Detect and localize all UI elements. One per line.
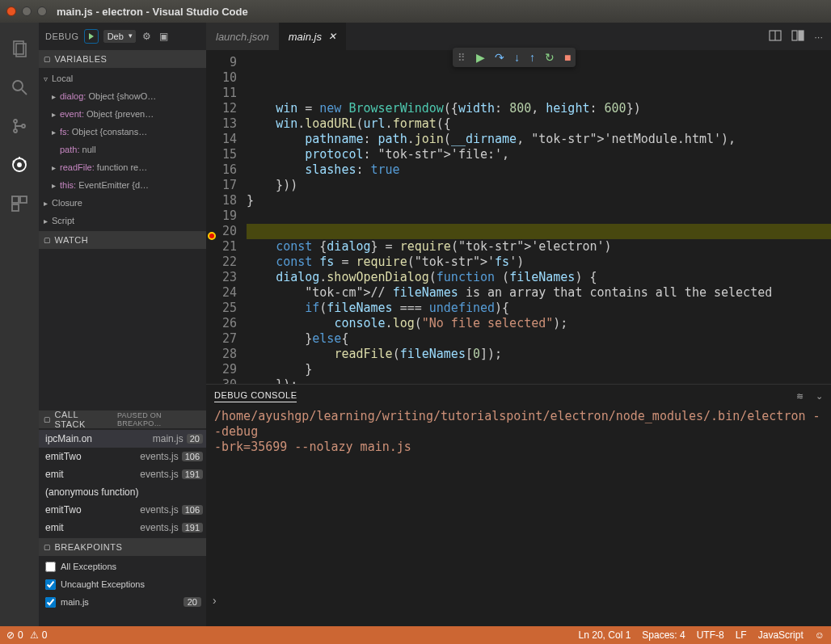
watch-section-header[interactable]: ▢WATCH — [39, 231, 206, 249]
tab-launch-json[interactable]: launch.json — [206, 23, 279, 50]
breakpoint-row[interactable]: main.js20 — [39, 593, 206, 611]
status-bar: ⊘0 ⚠0 Ln 20, Col 1 Spaces: 4 UTF-8 LF Ja… — [0, 626, 831, 644]
encoding[interactable]: UTF-8 — [697, 629, 724, 641]
svg-point-4 — [14, 120, 17, 123]
debug-console-toggle-icon[interactable]: ▣ — [158, 31, 170, 42]
svg-rect-17 — [792, 31, 797, 40]
scope-script[interactable]: ▸Script — [39, 212, 206, 229]
tab-label: main.js — [289, 31, 322, 43]
debug-icon[interactable] — [8, 154, 31, 176]
variables-section-header[interactable]: ▢VARIABLES — [39, 50, 206, 68]
svg-point-6 — [22, 124, 25, 128]
chevron-down-icon[interactable]: ⌄ — [816, 391, 824, 402]
callstack-section-header[interactable]: ▢CALL STACK PAUSED ON BREAKPO… — [39, 410, 206, 428]
title-bar: main.js - electron - Visual Studio Code — [0, 0, 831, 23]
breakpoint-checkbox[interactable] — [45, 579, 56, 590]
editor-tabs: launch.json main.js ✕ ··· — [206, 23, 831, 50]
git-icon[interactable] — [8, 115, 31, 137]
window-maximize-button[interactable] — [37, 6, 47, 16]
explorer-icon[interactable] — [8, 37, 31, 60]
scope-local[interactable]: ▿Local — [39, 69, 206, 87]
eol[interactable]: LF — [736, 629, 747, 641]
start-debugging-button[interactable] — [84, 29, 99, 44]
callstack-frame[interactable]: emitTwoevents.js106 — [39, 501, 206, 519]
svg-rect-14 — [12, 204, 19, 211]
tab-main-js[interactable]: main.js ✕ — [279, 23, 346, 50]
breakpoint-glyph[interactable] — [208, 232, 216, 240]
svg-point-8 — [18, 163, 21, 166]
variable-row[interactable]: ▸readFile: function re… — [39, 158, 206, 176]
window-minimize-button[interactable] — [22, 6, 32, 16]
callstack-frame[interactable]: ipcMain.onmain.js20 — [39, 430, 206, 448]
stop-button[interactable]: ■ — [564, 51, 571, 64]
step-into-button[interactable]: ↓ — [514, 51, 520, 64]
callstack-frame[interactable]: emitevents.js191 — [39, 465, 206, 483]
panel-tab-debug-console[interactable]: DEBUG CONSOLE — [214, 390, 297, 402]
breakpoint-checkbox[interactable] — [45, 597, 56, 608]
panel-collapse-icon[interactable]: › — [206, 592, 223, 608]
step-out-button[interactable]: ↑ — [529, 51, 535, 64]
svg-point-5 — [14, 129, 17, 133]
activity-bar — [0, 23, 39, 626]
watch-area[interactable] — [39, 249, 206, 410]
close-icon[interactable]: ✕ — [328, 31, 336, 42]
step-over-button[interactable]: ↷ — [495, 51, 504, 64]
svg-rect-18 — [799, 31, 804, 40]
breakpoint-checkbox[interactable] — [45, 562, 56, 572]
svg-rect-13 — [20, 196, 27, 203]
svg-point-2 — [13, 81, 23, 90]
cursor-position[interactable]: Ln 20, Col 1 — [579, 629, 631, 641]
breakpoints-list: All ExceptionsUncaught Exceptionsmain.js… — [39, 556, 206, 612]
toggle-layout-icon[interactable] — [791, 29, 804, 44]
svg-line-3 — [22, 90, 27, 95]
restart-button[interactable]: ↻ — [545, 51, 555, 64]
clear-console-icon[interactable]: ≋ — [796, 391, 804, 402]
split-editor-icon[interactable] — [769, 29, 782, 44]
breakpoint-row[interactable]: All Exceptions — [39, 558, 206, 575]
debug-console-output[interactable]: /home/ayushgp/learning/writing/tutorials… — [206, 407, 831, 626]
more-icon[interactable]: ··· — [814, 31, 823, 43]
indentation[interactable]: Spaces: 4 — [642, 629, 685, 641]
callstack-frame[interactable]: (anonymous function) — [39, 483, 206, 501]
debug-toolbar[interactable]: ⠿ ▶ ↷ ↓ ↑ ↻ ■ — [453, 48, 576, 67]
window-close-button[interactable] — [6, 6, 16, 16]
search-icon[interactable] — [8, 76, 31, 99]
extensions-icon[interactable] — [8, 192, 31, 215]
variable-row[interactable]: ▸event: Object {preven… — [39, 105, 206, 123]
variable-row[interactable]: path: null — [39, 141, 206, 158]
callstack-frame[interactable]: emitTwoevents.js106 — [39, 448, 206, 465]
errors-indicator[interactable]: ⊘0 — [6, 629, 23, 641]
debug-sidebar: DEBUG Deb ⚙ ▣ ▢VARIABLES ▿Local ▸dialog:… — [39, 23, 206, 626]
feedback-icon[interactable]: ☺ — [815, 629, 825, 641]
code-content[interactable]: win = new BrowserWindow({width: 800, hei… — [247, 50, 831, 384]
variable-row[interactable]: ▸dialog: Object {showO… — [39, 87, 206, 105]
debug-config-select[interactable]: Deb — [103, 30, 136, 43]
callstack-list: ipcMain.onmain.js20emitTwoevents.js106em… — [39, 428, 206, 538]
debug-label: DEBUG — [45, 32, 79, 41]
window-title: main.js - electron - Visual Studio Code — [57, 6, 248, 18]
editor-group: launch.json main.js ✕ ··· ⠿ ▶ ↷ ↓ ↑ ↻ — [206, 23, 831, 626]
gear-icon[interactable]: ⚙ — [141, 31, 153, 42]
code-editor[interactable]: 9101112131415161718192021222324252627282… — [206, 50, 831, 384]
breakpoints-section-header[interactable]: ▢BREAKPOINTS — [39, 538, 206, 556]
callstack-status: PAUSED ON BREAKPO… — [117, 411, 206, 427]
svg-rect-12 — [12, 196, 19, 203]
continue-button[interactable]: ▶ — [476, 51, 485, 64]
warnings-indicator[interactable]: ⚠0 — [30, 629, 48, 641]
variable-row[interactable]: ▸this: EventEmitter {d… — [39, 176, 206, 194]
callstack-frame[interactable]: emitevents.js191 — [39, 519, 206, 537]
language-mode[interactable]: JavaScript — [758, 629, 804, 641]
drag-handle-icon[interactable]: ⠿ — [458, 52, 466, 64]
variable-row[interactable]: ▸fs: Object {constans… — [39, 123, 206, 141]
bottom-panel: DEBUG CONSOLE ≋ ⌄ /home/ayushgp/learning… — [206, 384, 831, 626]
scope-closure[interactable]: ▸Closure — [39, 194, 206, 212]
line-number-gutter: 9101112131415161718192021222324252627282… — [206, 50, 247, 384]
breakpoint-row[interactable]: Uncaught Exceptions — [39, 575, 206, 593]
